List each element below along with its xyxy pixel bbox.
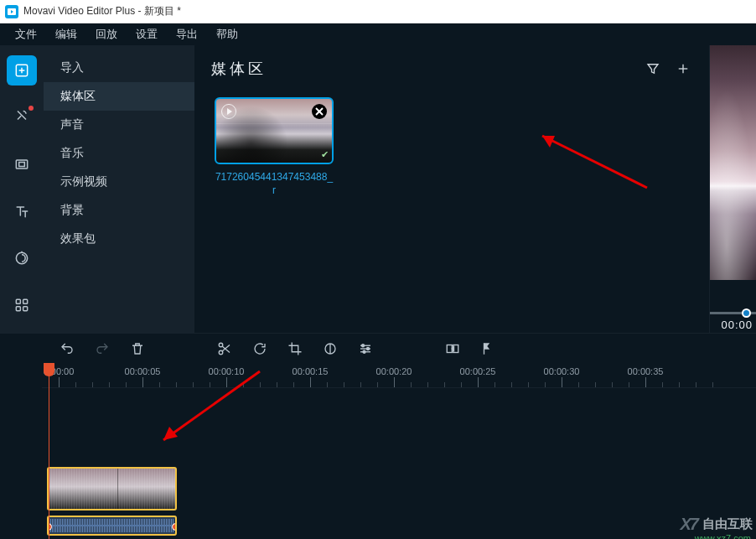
media-grid: ✔ 71726045441347453488_r — [194, 86, 709, 333]
svg-line-15 — [316, 108, 323, 115]
menu-settings[interactable]: 设置 — [127, 25, 166, 44]
sidebar-item-music[interactable]: 音乐 — [44, 139, 194, 168]
menubar: 文件 编辑 回放 设置 导出 帮助 — [0, 23, 756, 45]
ruler-label: 00:00:20 — [376, 366, 412, 376]
time-ruler[interactable]: 0:00:0000:00:0500:00:1000:00:1500:00:200… — [42, 363, 756, 388]
svg-line-16 — [316, 108, 323, 115]
app-window: Movavi Video Editor Plus - 新项目 * 文件 编辑 回… — [0, 0, 756, 539]
filter-button[interactable] — [644, 60, 662, 78]
side-panel: 导入 媒体区 声音 音乐 示例视频 背景 效果包 — [44, 45, 194, 333]
menu-edit[interactable]: 编辑 — [47, 25, 85, 44]
tool-rail — [0, 45, 44, 333]
titlebar: Movavi Video Editor Plus - 新项目 * — [0, 0, 756, 23]
ruler-label: 00:00:30 — [544, 366, 580, 376]
preview-panel: 00:00 — [709, 45, 756, 333]
media-item[interactable]: ✔ 71726045441347453488_r — [211, 97, 337, 197]
preview-slider-handle[interactable] — [742, 308, 751, 318]
rail-favorites[interactable] — [7, 102, 37, 132]
sidebar-item-import[interactable]: 导入 — [44, 54, 194, 82]
waveform-icon — [50, 519, 173, 532]
svg-point-24 — [362, 344, 365, 346]
timeline-toolbar — [0, 333, 756, 363]
watermark-logo-icon: X7 — [681, 515, 697, 534]
transition-wizard-button[interactable] — [444, 340, 461, 357]
rail-aspect[interactable] — [7, 149, 37, 179]
media-header: 媒体区 — [194, 45, 709, 86]
rail-titles[interactable] — [7, 196, 37, 226]
tracks-area — [42, 388, 756, 539]
preview-timestamp: 00:00 — [721, 319, 753, 331]
clip-properties-button[interactable] — [357, 340, 374, 357]
svg-rect-9 — [16, 299, 20, 303]
ruler-label: 00:00:25 — [460, 366, 496, 376]
timeline-body[interactable]: T 0:00:0000:00:0500:00:1000:00:1500:00:2… — [42, 363, 756, 539]
ruler-label: 00:00:35 — [628, 366, 664, 376]
rail-more[interactable] — [7, 243, 37, 273]
watermark-url: www.xz7.com — [695, 533, 751, 539]
sidebar-item-backgrounds[interactable]: 背景 — [44, 196, 194, 225]
menu-help[interactable]: 帮助 — [208, 25, 246, 44]
sidebar-item-media-bin[interactable]: 媒体区 — [44, 82, 194, 111]
delete-button[interactable] — [129, 340, 146, 357]
media-thumbnail[interactable]: ✔ — [215, 97, 334, 164]
preview-image — [709, 45, 756, 280]
clip-handle-right[interactable] — [172, 523, 177, 531]
text-track[interactable] — [42, 402, 756, 422]
playhead[interactable] — [49, 363, 49, 387]
sidebar-item-effects-pack[interactable]: 效果包 — [44, 225, 194, 253]
split-button[interactable] — [216, 340, 233, 357]
window-title: Movavi Video Editor Plus - 新项目 * — [23, 4, 181, 18]
media-title: 媒体区 — [211, 59, 632, 79]
rail-apps[interactable] — [7, 290, 37, 320]
ruler-label: 00:00:05 — [125, 366, 161, 376]
menu-export[interactable]: 导出 — [168, 25, 206, 44]
ruler-label: 00:00:10 — [209, 366, 245, 376]
used-check-icon: ✔ — [321, 149, 329, 160]
sidebar-item-sound[interactable]: 声音 — [44, 111, 194, 139]
main-area: 导入 媒体区 声音 音乐 示例视频 背景 效果包 媒体区 — [0, 45, 756, 333]
timeline-left-column — [0, 363, 42, 539]
watermark: X7 自由互联 www.xz7.com — [681, 515, 753, 534]
crop-button[interactable] — [287, 340, 303, 357]
audio-track[interactable] — [42, 516, 756, 539]
playhead-handle-icon[interactable] — [44, 363, 54, 376]
svg-point-25 — [367, 347, 370, 350]
media-item-label: 71726045441347453488_r — [215, 171, 334, 197]
watermark-text: 自由互联 — [702, 516, 753, 532]
content-area: 媒体区 ✔ — [194, 45, 756, 333]
color-adjust-button[interactable] — [322, 340, 339, 357]
svg-rect-10 — [23, 299, 28, 303]
redo-button[interactable] — [94, 340, 111, 357]
rotate-button[interactable] — [251, 340, 268, 357]
sidebar-item-sample-video[interactable]: 示例视频 — [44, 168, 194, 196]
video-track[interactable] — [42, 467, 756, 514]
ruler-label: 00:00:15 — [293, 366, 329, 376]
timeline: T 0:00:0000:00:0500:00:1000:00:1500:00:2… — [0, 363, 756, 539]
rail-add-media[interactable] — [7, 55, 37, 86]
notification-dot-icon — [28, 106, 34, 111]
svg-rect-12 — [23, 307, 28, 311]
svg-rect-5 — [16, 160, 27, 168]
video-clip[interactable] — [47, 467, 177, 510]
remove-media-button[interactable] — [312, 104, 327, 119]
audio-clip[interactable] — [47, 516, 177, 536]
svg-point-26 — [363, 350, 365, 353]
menu-file[interactable]: 文件 — [7, 25, 45, 44]
media-bin-panel: 媒体区 ✔ — [194, 45, 709, 333]
play-icon[interactable] — [221, 104, 236, 119]
app-icon — [5, 5, 18, 18]
add-media-button[interactable] — [674, 60, 692, 78]
menu-playback[interactable]: 回放 — [87, 25, 126, 44]
svg-rect-6 — [19, 163, 25, 167]
svg-rect-11 — [16, 307, 20, 311]
undo-button[interactable] — [59, 340, 75, 357]
marker-button[interactable] — [479, 340, 496, 357]
